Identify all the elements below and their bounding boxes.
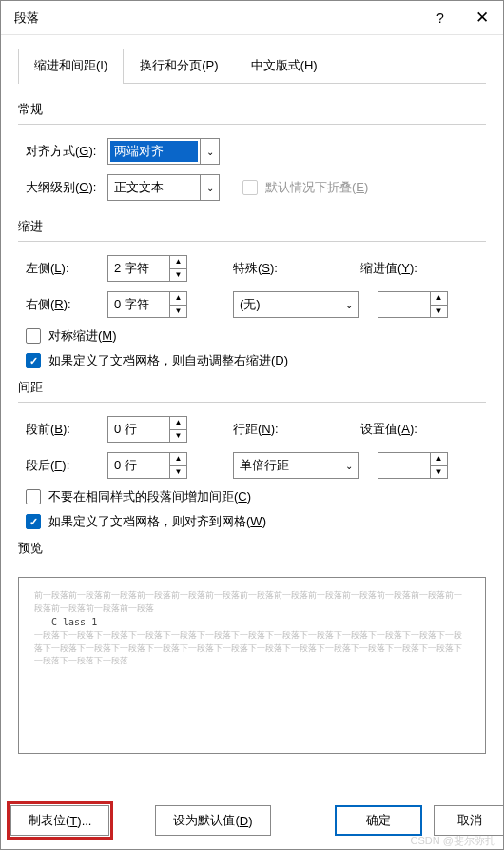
line-spacing-label: 行距(N): [233,421,286,438]
no-space-same-style-checkbox[interactable]: 不要在相同样式的段落间增加间距(C) [18,488,486,505]
section-general: 常规 [18,101,486,118]
chevron-down-icon: ⌄ [200,139,219,164]
chevron-down-icon: ⌄ [339,453,358,478]
indent-right-label: 右侧(R): [18,296,107,313]
check-icon: ✓ [26,353,41,368]
check-icon: ✓ [26,514,41,529]
collapse-checkbox: 默认情况下折叠(E) [242,179,368,196]
space-after-spinner[interactable]: 0 行 ▲▼ [107,452,187,479]
section-preview: 预览 [18,540,486,557]
cancel-button[interactable]: 取消 [434,805,504,836]
chevron-down-icon: ⌄ [200,175,219,200]
ok-button[interactable]: 确定 [335,805,422,836]
dialog-footer: 制表位(T)... 设为默认值(D) 确定 取消 [1,794,503,849]
at-spinner[interactable]: ▲▼ [378,452,448,479]
outline-level-label: 大纲级别(O): [18,179,107,196]
tab-asian-typography[interactable]: 中文版式(H) [235,49,334,84]
help-button[interactable]: ? [419,1,461,35]
title-bar: 段落 ? ✕ [1,1,503,35]
tab-indent-spacing[interactable]: 缩进和间距(I) [18,49,124,84]
close-button[interactable]: ✕ [461,1,503,35]
auto-adjust-indent-checkbox[interactable]: ✓ 如果定义了文档网格，则自动调整右缩进(D) [18,352,486,369]
special-label: 特殊(S): [233,260,286,277]
spin-down-icon: ▼ [170,269,186,282]
alignment-combo[interactable]: 两端对齐 ⌄ [107,138,220,165]
chevron-down-icon: ⌄ [339,292,358,317]
section-spacing: 间距 [18,379,486,396]
alignment-label: 对齐方式(G): [18,143,107,160]
tab-bar: 缩进和间距(I) 换行和分页(P) 中文版式(H) [18,49,486,84]
tabs-button[interactable]: 制表位(T)... [10,805,109,836]
section-indent: 缩进 [18,218,486,235]
indent-left-label: 左侧(L): [18,260,107,277]
tab-line-page-breaks[interactable]: 换行和分页(P) [124,49,234,84]
preview-area: 前一段落前一段落前一段落前一段落前一段落前一段落前一段落前一段落前一段落前一段落… [18,577,486,754]
spin-up-icon: ▲ [170,256,186,269]
outline-level-combo[interactable]: 正文文本 ⌄ [107,174,220,201]
special-combo[interactable]: (无) ⌄ [233,291,359,318]
dialog-title: 段落 [14,10,419,27]
space-before-spinner[interactable]: 0 行 ▲▼ [107,416,187,443]
indent-by-label: 缩进值(Y): [360,260,435,277]
space-before-label: 段前(B): [18,421,107,438]
indent-by-spinner[interactable]: ▲▼ [378,291,448,318]
indent-left-spinner[interactable]: 2 字符 ▲▼ [107,255,187,282]
snap-to-grid-checkbox[interactable]: ✓ 如果定义了文档网格，则对齐到网格(W) [18,513,486,530]
indent-right-spinner[interactable]: 0 字符 ▲▼ [107,291,187,318]
line-spacing-combo[interactable]: 单倍行距 ⌄ [233,452,359,479]
mirror-indent-checkbox[interactable]: 对称缩进(M) [18,327,486,345]
set-default-button[interactable]: 设为默认值(D) [155,805,270,836]
at-label: 设置值(A): [360,421,435,438]
space-after-label: 段后(F): [18,457,107,474]
